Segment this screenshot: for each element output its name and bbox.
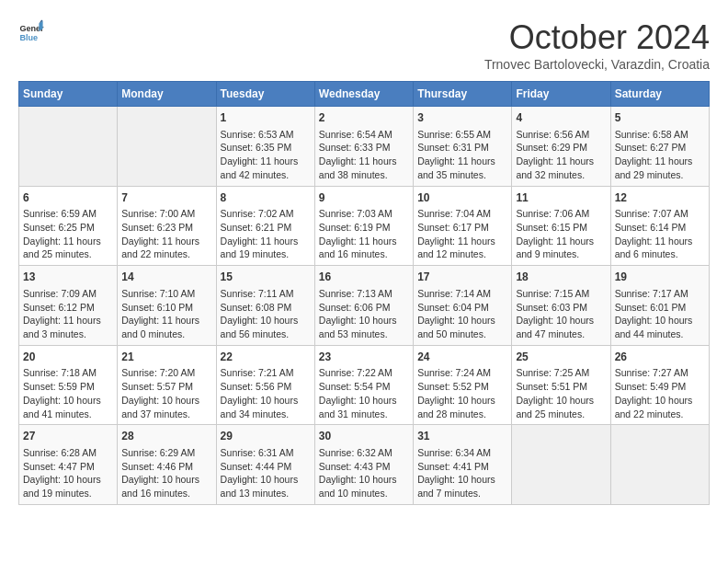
day-number: 19 [615, 270, 705, 285]
day-number: 26 [615, 350, 705, 365]
title-block: October 2024 Trnovec Bartolovecki, Varaz… [484, 18, 710, 72]
day-info: Sunrise: 7:27 AM Sunset: 5:49 PM Dayligh… [615, 366, 705, 420]
weekday-header-sunday: Sunday [19, 82, 118, 107]
day-number: 17 [417, 270, 507, 285]
calendar-week-4: 20Sunrise: 7:18 AM Sunset: 5:59 PM Dayli… [19, 345, 710, 425]
weekday-header-wednesday: Wednesday [314, 82, 413, 107]
day-number: 5 [615, 110, 705, 126]
day-info: Sunrise: 6:59 AM Sunset: 6:25 PM Dayligh… [23, 207, 113, 261]
calendar-cell [610, 425, 709, 505]
day-number: 20 [23, 350, 113, 365]
calendar-week-3: 13Sunrise: 7:09 AM Sunset: 6:12 PM Dayli… [19, 266, 710, 346]
weekday-header-saturday: Saturday [610, 82, 709, 107]
logo-icon: General Blue [18, 18, 44, 44]
day-number: 10 [417, 190, 507, 206]
day-info: Sunrise: 6:56 AM Sunset: 6:29 PM Dayligh… [516, 128, 606, 182]
calendar-cell: 8Sunrise: 7:02 AM Sunset: 6:21 PM Daylig… [216, 186, 314, 266]
calendar-cell: 29Sunrise: 6:31 AM Sunset: 4:44 PM Dayli… [216, 425, 314, 505]
logo: General Blue [18, 18, 44, 44]
day-info: Sunrise: 7:06 AM Sunset: 6:15 PM Dayligh… [516, 207, 606, 261]
day-info: Sunrise: 6:58 AM Sunset: 6:27 PM Dayligh… [615, 128, 705, 182]
calendar-cell: 12Sunrise: 7:07 AM Sunset: 6:14 PM Dayli… [610, 186, 709, 266]
day-number: 27 [23, 429, 113, 444]
day-info: Sunrise: 7:00 AM Sunset: 6:23 PM Dayligh… [121, 207, 211, 261]
calendar-cell: 19Sunrise: 7:17 AM Sunset: 6:01 PM Dayli… [610, 266, 709, 346]
calendar-cell: 9Sunrise: 7:03 AM Sunset: 6:19 PM Daylig… [314, 186, 413, 266]
day-number: 14 [121, 270, 211, 285]
calendar-cell: 30Sunrise: 6:32 AM Sunset: 4:43 PM Dayli… [314, 425, 413, 505]
calendar-body: 1Sunrise: 6:53 AM Sunset: 6:35 PM Daylig… [19, 107, 710, 505]
day-info: Sunrise: 6:55 AM Sunset: 6:31 PM Dayligh… [417, 128, 507, 182]
day-number: 6 [23, 190, 113, 206]
calendar-cell: 6Sunrise: 6:59 AM Sunset: 6:25 PM Daylig… [19, 186, 118, 266]
calendar-cell [19, 107, 118, 187]
day-number: 22 [221, 350, 311, 365]
calendar-cell: 11Sunrise: 7:06 AM Sunset: 6:15 PM Dayli… [512, 186, 610, 266]
day-info: Sunrise: 7:24 AM Sunset: 5:52 PM Dayligh… [417, 366, 507, 420]
day-info: Sunrise: 6:32 AM Sunset: 4:43 PM Dayligh… [319, 446, 409, 500]
calendar-cell: 23Sunrise: 7:22 AM Sunset: 5:54 PM Dayli… [314, 345, 413, 425]
calendar-cell: 26Sunrise: 7:27 AM Sunset: 5:49 PM Dayli… [610, 345, 709, 425]
day-number: 30 [319, 429, 409, 444]
day-info: Sunrise: 7:14 AM Sunset: 6:04 PM Dayligh… [417, 287, 507, 341]
calendar-cell: 3Sunrise: 6:55 AM Sunset: 6:31 PM Daylig… [414, 107, 512, 187]
weekday-header-friday: Friday [512, 82, 610, 107]
calendar-cell: 20Sunrise: 7:18 AM Sunset: 5:59 PM Dayli… [19, 345, 118, 425]
calendar-cell: 18Sunrise: 7:15 AM Sunset: 6:03 PM Dayli… [512, 266, 610, 346]
day-info: Sunrise: 7:10 AM Sunset: 6:10 PM Dayligh… [121, 287, 211, 341]
day-number: 7 [121, 190, 211, 206]
calendar-cell [512, 425, 610, 505]
page-header: General Blue October 2024 Trnovec Bartol… [18, 18, 710, 72]
day-info: Sunrise: 6:31 AM Sunset: 4:44 PM Dayligh… [221, 446, 311, 500]
weekday-header-row: SundayMondayTuesdayWednesdayThursdayFrid… [19, 82, 710, 107]
day-info: Sunrise: 7:09 AM Sunset: 6:12 PM Dayligh… [23, 287, 113, 341]
calendar-week-2: 6Sunrise: 6:59 AM Sunset: 6:25 PM Daylig… [19, 186, 710, 266]
calendar-cell [118, 107, 216, 187]
day-info: Sunrise: 6:34 AM Sunset: 4:41 PM Dayligh… [417, 446, 507, 500]
day-info: Sunrise: 6:53 AM Sunset: 6:35 PM Dayligh… [221, 128, 311, 182]
calendar-header: SundayMondayTuesdayWednesdayThursdayFrid… [19, 82, 710, 107]
weekday-header-monday: Monday [118, 82, 216, 107]
day-info: Sunrise: 7:02 AM Sunset: 6:21 PM Dayligh… [221, 207, 311, 261]
calendar-cell: 2Sunrise: 6:54 AM Sunset: 6:33 PM Daylig… [314, 107, 413, 187]
day-number: 12 [615, 190, 705, 206]
calendar-cell: 17Sunrise: 7:14 AM Sunset: 6:04 PM Dayli… [414, 266, 512, 346]
calendar-cell: 15Sunrise: 7:11 AM Sunset: 6:08 PM Dayli… [216, 266, 314, 346]
calendar-week-5: 27Sunrise: 6:28 AM Sunset: 4:47 PM Dayli… [19, 425, 710, 505]
calendar-cell: 13Sunrise: 7:09 AM Sunset: 6:12 PM Dayli… [19, 266, 118, 346]
calendar-cell: 21Sunrise: 7:20 AM Sunset: 5:57 PM Dayli… [118, 345, 216, 425]
calendar-table: SundayMondayTuesdayWednesdayThursdayFrid… [18, 81, 710, 505]
month-title: October 2024 [484, 18, 710, 57]
day-info: Sunrise: 6:29 AM Sunset: 4:46 PM Dayligh… [121, 446, 211, 500]
day-number: 3 [417, 110, 507, 126]
day-number: 2 [319, 110, 409, 126]
weekday-header-thursday: Thursday [414, 82, 512, 107]
calendar-week-1: 1Sunrise: 6:53 AM Sunset: 6:35 PM Daylig… [19, 107, 710, 187]
day-info: Sunrise: 6:28 AM Sunset: 4:47 PM Dayligh… [23, 446, 113, 500]
day-number: 4 [516, 110, 606, 126]
day-number: 1 [221, 110, 311, 126]
day-info: Sunrise: 7:07 AM Sunset: 6:14 PM Dayligh… [615, 207, 705, 261]
day-number: 29 [221, 429, 311, 444]
day-number: 25 [516, 350, 606, 365]
day-number: 8 [221, 190, 311, 206]
day-info: Sunrise: 7:15 AM Sunset: 6:03 PM Dayligh… [516, 287, 606, 341]
day-info: Sunrise: 7:03 AM Sunset: 6:19 PM Dayligh… [319, 207, 409, 261]
day-number: 11 [516, 190, 606, 206]
day-number: 24 [417, 350, 507, 365]
calendar-cell: 10Sunrise: 7:04 AM Sunset: 6:17 PM Dayli… [414, 186, 512, 266]
day-info: Sunrise: 7:17 AM Sunset: 6:01 PM Dayligh… [615, 287, 705, 341]
day-number: 16 [319, 270, 409, 285]
day-info: Sunrise: 7:11 AM Sunset: 6:08 PM Dayligh… [221, 287, 311, 341]
calendar-cell: 28Sunrise: 6:29 AM Sunset: 4:46 PM Dayli… [118, 425, 216, 505]
calendar-cell: 7Sunrise: 7:00 AM Sunset: 6:23 PM Daylig… [118, 186, 216, 266]
weekday-header-tuesday: Tuesday [216, 82, 314, 107]
calendar-cell: 22Sunrise: 7:21 AM Sunset: 5:56 PM Dayli… [216, 345, 314, 425]
day-number: 21 [121, 350, 211, 365]
calendar-cell: 1Sunrise: 6:53 AM Sunset: 6:35 PM Daylig… [216, 107, 314, 187]
day-info: Sunrise: 7:25 AM Sunset: 5:51 PM Dayligh… [516, 366, 606, 420]
day-info: Sunrise: 7:22 AM Sunset: 5:54 PM Dayligh… [319, 366, 409, 420]
day-number: 18 [516, 270, 606, 285]
day-info: Sunrise: 7:21 AM Sunset: 5:56 PM Dayligh… [221, 366, 311, 420]
calendar-cell: 14Sunrise: 7:10 AM Sunset: 6:10 PM Dayli… [118, 266, 216, 346]
